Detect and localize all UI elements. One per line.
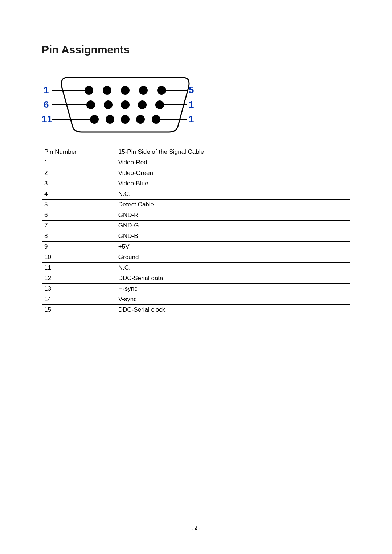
pin-row-3 [90, 115, 160, 124]
table-header-row: Pin Number 15-Pin Side of the Signal Cab… [42, 147, 350, 157]
svg-point-13 [136, 115, 145, 124]
svg-point-3 [139, 86, 148, 95]
pin-table: Pin Number 15-Pin Side of the Signal Cab… [42, 147, 350, 315]
table-row: 9+5V [42, 242, 350, 252]
table-row: 1Video-Red [42, 157, 350, 168]
table-row: 10Ground [42, 252, 350, 263]
pin-row-2 [86, 100, 164, 109]
svg-point-9 [155, 100, 164, 109]
svg-point-11 [106, 115, 114, 124]
svg-point-1 [103, 86, 111, 95]
svg-point-6 [104, 100, 113, 109]
table-row: 15DDC-Serial clock [42, 305, 350, 315]
svg-point-12 [121, 115, 130, 124]
pin-label-5: 5 [189, 85, 194, 95]
table-row: 6GND-R [42, 210, 350, 221]
table-row: 4N.C. [42, 189, 350, 200]
pin-table-body: 1Video-Red 2Video-Green 3Video-Blue 4N.C… [42, 157, 350, 315]
pin-label-6: 6 [44, 99, 49, 110]
svg-point-8 [138, 100, 147, 109]
svg-point-7 [121, 100, 130, 109]
svg-point-0 [85, 86, 93, 95]
table-row: 2Video-Green [42, 168, 350, 178]
table-row: 11N.C. [42, 263, 350, 273]
pin-label-10: 10 [189, 99, 194, 110]
pin-label-1: 1 [44, 85, 49, 95]
table-row: 3Video-Blue [42, 178, 350, 189]
table-row: 7GND-G [42, 221, 350, 231]
svg-point-4 [157, 86, 166, 95]
table-header-signal: 15-Pin Side of the Signal Cable [116, 147, 350, 157]
table-row: 8GND-B [42, 231, 350, 242]
page-title: Pin Assignments [42, 44, 350, 56]
svg-point-5 [86, 100, 95, 109]
svg-point-14 [152, 115, 160, 124]
svg-point-2 [121, 86, 130, 95]
table-row: 12DDC-Serial data [42, 273, 350, 284]
page-number: 55 [0, 525, 392, 532]
lead-lines [52, 90, 187, 119]
table-row: 13H-sync [42, 284, 350, 294]
table-header-pin-number: Pin Number [42, 147, 116, 157]
vga-connector-svg: 1 6 11 5 10 15 [42, 70, 194, 136]
pin-label-11: 11 [42, 114, 52, 124]
document-page: Pin Assignments [0, 0, 392, 554]
pin-label-15: 15 [189, 114, 194, 124]
pin-row-1 [85, 86, 166, 95]
table-row: 14V-sync [42, 294, 350, 305]
svg-point-10 [90, 115, 99, 124]
connector-diagram: 1 6 11 5 10 15 [42, 70, 350, 136]
table-row: 5Detect Cable [42, 200, 350, 210]
